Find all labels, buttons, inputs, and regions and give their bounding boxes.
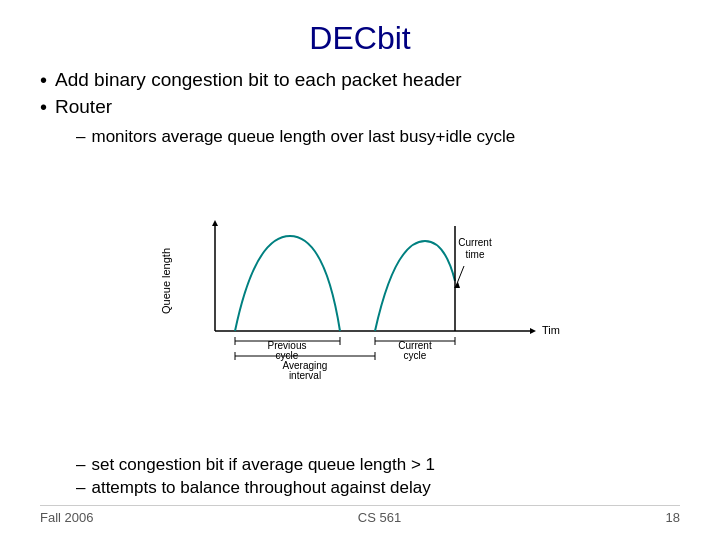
- bottom-bullet-item-1: set congestion bit if average queue leng…: [76, 455, 680, 475]
- sub-bullet-list: monitors average queue length over last …: [76, 127, 680, 150]
- footer: Fall 2006 CS 561 18: [40, 505, 680, 525]
- svg-text:Current: Current: [458, 237, 492, 248]
- diagram-svg: Queue length: [160, 216, 560, 391]
- slide: DECbit Add binary congestion bit to each…: [0, 0, 720, 540]
- footer-right: 18: [666, 510, 680, 525]
- svg-text:interval: interval: [289, 370, 321, 381]
- footer-center: CS 561: [358, 510, 401, 525]
- bottom-bullet-item-2: attempts to balance throughout against d…: [76, 478, 680, 498]
- bullet-list: Add binary congestion bit to each packet…: [40, 69, 680, 123]
- bullet-item-2: Router: [40, 96, 680, 119]
- footer-left: Fall 2006: [40, 510, 93, 525]
- slide-title: DECbit: [40, 20, 680, 57]
- svg-text:cycle: cycle: [404, 350, 427, 361]
- svg-text:Queue length: Queue length: [160, 248, 172, 314]
- svg-line-23: [456, 266, 464, 286]
- svg-text:time: time: [466, 249, 485, 260]
- diagram: Queue length: [160, 216, 560, 391]
- bottom-bullet-list: set congestion bit if average queue leng…: [76, 455, 680, 501]
- svg-text:Time: Time: [542, 324, 560, 336]
- svg-marker-3: [212, 220, 218, 226]
- svg-marker-2: [530, 328, 536, 334]
- bullet-item-1: Add binary congestion bit to each packet…: [40, 69, 680, 92]
- diagram-container: Queue length: [40, 156, 680, 451]
- sub-bullet-item-1: monitors average queue length over last …: [76, 127, 680, 147]
